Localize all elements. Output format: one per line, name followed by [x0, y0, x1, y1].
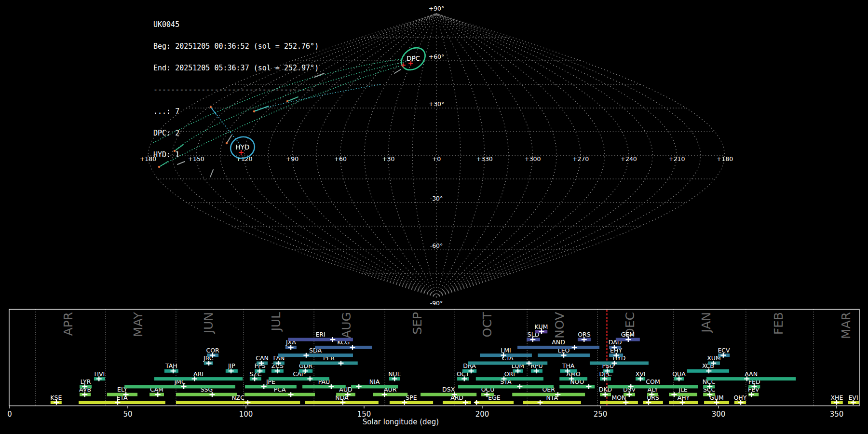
dpc-count: DPC: 2 [153, 130, 319, 137]
shower-bar [608, 385, 698, 388]
shower-entry: JIP [226, 362, 238, 373]
month-label: OCT [480, 312, 494, 337]
axis-tick-label: 350 [830, 410, 844, 419]
shower-label: QHY [733, 394, 746, 401]
shower-label: KUM [535, 323, 548, 330]
month-label: JAN [699, 312, 713, 334]
shower-label: NUE [388, 370, 401, 378]
shower-label: GEM [621, 331, 635, 338]
shower-bar [420, 393, 476, 396]
shower-label: ORS [578, 331, 591, 338]
shower-bar [278, 353, 353, 357]
shower-bar [245, 385, 297, 388]
shower-bar [176, 393, 237, 396]
latitude-label: +60° [429, 53, 445, 60]
north-pole-label: +90° [429, 5, 445, 12]
radiant-group: DPC [397, 43, 429, 75]
shower-label: TAH [165, 362, 177, 369]
shower-entry: EVI [848, 394, 859, 405]
shower-label: JIP [228, 362, 235, 369]
shower-entry: ORS [578, 331, 591, 342]
radiant-label: DPC [407, 54, 420, 62]
shower-label: COM [646, 378, 660, 385]
longitude-label: +60 [334, 155, 346, 163]
sporadic-trail [394, 69, 401, 73]
longitude-label: +240 [620, 155, 637, 163]
month-label: SEP [410, 312, 424, 335]
shower-bar [475, 401, 514, 404]
month-label: MAY [131, 312, 145, 337]
shower-label: QUA [672, 370, 686, 378]
shower-entry: ECV [718, 347, 730, 358]
shower-entry: CAN [256, 354, 269, 366]
shower-bar [315, 346, 372, 349]
longitude-label: +30 [382, 155, 394, 163]
shower-bar [517, 346, 599, 349]
activity-chart: APRMAYJUNJULAUGSEPOCTNOVDECJANFEBMARKSEE… [7, 310, 859, 426]
axis-tick-label: 100 [239, 410, 253, 419]
station-id: UK0045 [153, 21, 319, 28]
shower-entry: LYR [80, 378, 92, 389]
shower-bar [523, 401, 581, 404]
axis-tick-label: 50 [123, 410, 132, 419]
longitude-label: +300 [524, 155, 541, 163]
shower-label: ARI [193, 370, 203, 378]
shower-entry: XHE [831, 394, 843, 405]
month-label: JUN [202, 312, 216, 334]
shower-entry: XVI [636, 370, 646, 381]
shower-bar [476, 377, 543, 380]
south-pole-label: -90° [430, 299, 443, 307]
hyd-count: HYD: 1 [153, 151, 319, 159]
month-label: FEB [772, 312, 786, 335]
sporadic-count: ...: 7 [153, 108, 319, 115]
shower-label: EVI [848, 394, 858, 401]
shower-bar [512, 393, 585, 396]
shower-bar [600, 401, 638, 404]
shower-label: THA [562, 362, 575, 369]
x-axis-label: Solar longitude (deg) [363, 418, 439, 426]
shower-entry: COR [206, 347, 220, 358]
shower-bar [458, 385, 554, 388]
longitude-label: +180 [717, 155, 733, 163]
shower-label: XVI [636, 370, 646, 378]
shower-entry: HVI [94, 370, 105, 381]
longitude-label: +330 [476, 155, 492, 163]
shower-entry: NUE [388, 370, 401, 381]
shower-entry: THA [560, 362, 577, 373]
shower-label: ECV [718, 347, 730, 354]
meteor-radiant-screen: { "header": { "lines": [ "UK0045", "Beg:… [0, 0, 868, 434]
shower-entry: QUA [672, 370, 686, 381]
shower-bar [176, 401, 300, 404]
shower-entry: QHY [733, 394, 746, 405]
shower-label: LMI [501, 347, 511, 354]
shower-label: XHE [831, 394, 843, 401]
begin-time-line: Beg: 20251205 00:36:52 (sol = 252.76°) [153, 43, 319, 50]
latitude-label: -60° [430, 242, 443, 249]
shower-bar [244, 393, 315, 396]
shower-label: NIA [369, 378, 380, 385]
shower-bar [154, 377, 243, 380]
shower-label: ERI [315, 331, 325, 338]
shower-bar [79, 401, 165, 404]
shower-label: COR [206, 347, 220, 354]
longitude-label: +210 [668, 155, 685, 163]
longitude-label: +0 [432, 155, 441, 163]
shower-entry: TAH [164, 362, 178, 373]
axis-tick-label: 300 [712, 410, 726, 419]
latitude-label: +30° [429, 100, 445, 108]
shower-label: AND [552, 339, 565, 346]
shower-bar [269, 377, 329, 380]
end-time-line: End: 20251205 05:36:37 (sol = 252.97°) [153, 65, 319, 72]
month-label: MAR [839, 312, 853, 339]
month-label: JUL [269, 312, 283, 332]
shower-entry: KUM [535, 323, 548, 334]
shower-label: KSE [50, 394, 62, 401]
shower-bar [300, 362, 358, 365]
separator-line: ------------------------------------- [153, 86, 319, 94]
shower-bar [373, 393, 407, 396]
axis-tick-label: 250 [594, 410, 608, 419]
shower-label: LYR [81, 378, 91, 385]
shower-bar [643, 401, 663, 404]
shower-bar [302, 385, 346, 388]
x-axis: 050100150200250300350Solar longitude (de… [7, 406, 843, 426]
